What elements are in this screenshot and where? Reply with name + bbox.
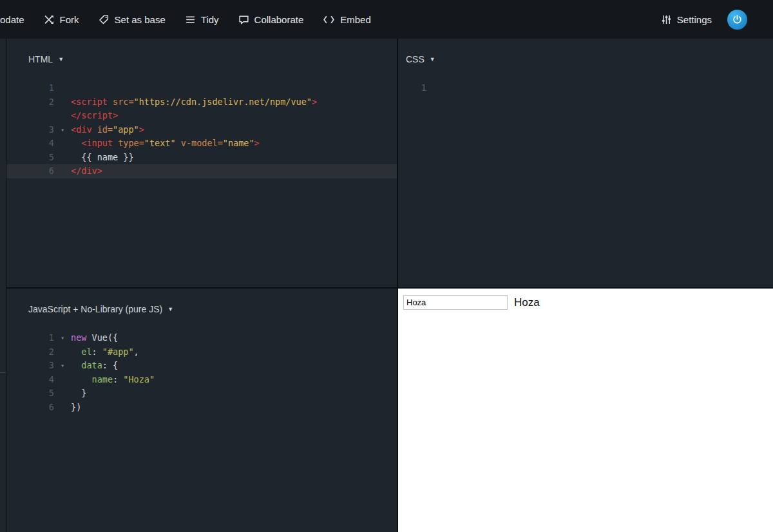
code-line[interactable]: 3▾ data: { — [6, 359, 397, 373]
fold-gutter — [54, 81, 71, 95]
css-panel-title: CSS — [406, 54, 425, 64]
code-line[interactable]: 4 <input type="text" v-model="name"> — [6, 137, 397, 151]
fold-gutter — [54, 109, 71, 123]
code-line[interactable]: 4 name: "Hoza" — [6, 373, 397, 387]
topbar-tidy-button[interactable]: Tidy — [185, 14, 219, 25]
code-line[interactable]: 5 {{ name }} — [6, 151, 397, 165]
line-number: 3 — [6, 123, 54, 137]
code-text: el: "#app", — [71, 345, 397, 359]
chevron-down-icon: ▼ — [58, 56, 64, 62]
fold-gutter — [54, 373, 71, 387]
topbar-item-label: Embed — [340, 14, 371, 25]
topbar-collaborate-button[interactable]: Collaborate — [238, 14, 304, 25]
code-text: data: { — [71, 359, 397, 373]
fold-gutter — [54, 137, 71, 151]
code-text — [71, 81, 397, 95]
topbar-item-label: Fork — [60, 14, 79, 25]
panel-resize-rail[interactable] — [0, 39, 6, 532]
code-line[interactable]: 3▾<div id="app"> — [6, 123, 397, 137]
code-line[interactable]: 6}) — [6, 401, 397, 415]
js-editor[interactable]: 1▾new Vue({2 el: "#app",3▾ data: {4 name… — [6, 331, 397, 414]
code-line[interactable]: 1 — [398, 81, 773, 95]
line-number: 1 — [6, 81, 54, 95]
code-line[interactable]: 6</div> — [6, 164, 397, 178]
code-text: <script src="https://cdn.jsdelivr.net/np… — [71, 95, 397, 109]
fold-caret-icon[interactable]: ▾ — [54, 331, 71, 345]
fork-icon — [44, 14, 55, 25]
js-panel-title: JavaScript + No-Library (pure JS) — [28, 304, 162, 314]
fold-gutter — [426, 81, 443, 95]
result-panel: Hoza — [398, 289, 773, 532]
power-icon — [732, 14, 743, 25]
code-brackets-icon — [323, 15, 335, 24]
topbar-update-button[interactable]: odate — [0, 14, 24, 25]
code-text: name: "Hoza" — [71, 373, 397, 387]
chevron-down-icon: ▼ — [430, 56, 435, 62]
topbar: odateForkSet as baseTidyCollaborateEmbed… — [0, 0, 773, 39]
topbar-right: Settings — [661, 10, 773, 30]
topbar-item-label: odate — [0, 14, 24, 25]
fold-gutter — [54, 151, 71, 165]
fold-gutter — [54, 345, 71, 359]
rail-divider — [0, 372, 6, 373]
html-panel: HTML ▼ 12<script src="https://cdn.jsdeli… — [6, 39, 397, 287]
result-output-row: Hoza — [398, 289, 773, 310]
line-number: 4 — [6, 373, 54, 387]
chevron-down-icon: ▼ — [167, 306, 173, 312]
css-editor[interactable]: 1 — [398, 81, 773, 95]
fold-gutter — [54, 386, 71, 401]
tag-icon — [99, 14, 110, 25]
tidy-lines-icon — [185, 14, 196, 25]
css-panel-header[interactable]: CSS ▼ — [398, 39, 773, 68]
js-panel-header[interactable]: JavaScript + No-Library (pure JS) ▼ — [6, 289, 397, 318]
topbar-embed-button[interactable]: Embed — [323, 14, 371, 25]
code-line[interactable]: 1 — [6, 81, 397, 95]
line-number: 2 — [6, 345, 54, 359]
code-text: {{ name }} — [71, 151, 397, 165]
fold-gutter — [54, 164, 71, 178]
line-number: 6 — [6, 164, 54, 178]
html-editor[interactable]: 12<script src="https://cdn.jsdelivr.net/… — [6, 81, 397, 178]
code-line[interactable]: 2 el: "#app", — [6, 345, 397, 359]
code-line[interactable]: </script> — [6, 109, 397, 123]
css-panel: CSS ▼ 1 — [398, 39, 773, 287]
sliders-settings-icon — [661, 14, 672, 25]
topbar-item-label: Tidy — [201, 14, 219, 25]
line-number: 1 — [398, 81, 426, 95]
fold-gutter — [54, 95, 71, 109]
settings-label: Settings — [677, 14, 712, 25]
code-text: } — [71, 386, 397, 401]
html-panel-header[interactable]: HTML ▼ — [6, 39, 397, 68]
code-line[interactable]: 1▾new Vue({ — [6, 331, 397, 345]
settings-button[interactable]: Settings — [661, 14, 712, 25]
code-text: }) — [71, 401, 397, 415]
line-number: 3 — [6, 359, 54, 373]
line-number: 2 — [6, 95, 54, 109]
html-panel-title: HTML — [28, 54, 53, 64]
line-number: 6 — [6, 401, 54, 415]
topbar-set-as-base-button[interactable]: Set as base — [99, 14, 166, 25]
fold-caret-icon[interactable]: ▾ — [54, 359, 71, 373]
topbar-left: odateForkSet as baseTidyCollaborateEmbed — [0, 14, 371, 25]
code-text: </div> — [71, 164, 397, 178]
code-line[interactable]: 2<script src="https://cdn.jsdelivr.net/n… — [6, 95, 397, 109]
line-number — [6, 109, 54, 123]
line-number: 5 — [6, 386, 54, 401]
line-number: 1 — [6, 331, 54, 345]
code-text — [443, 81, 773, 95]
code-text: new Vue({ — [71, 331, 397, 345]
result-bound-text: Hoza — [514, 296, 540, 309]
js-panel: JavaScript + No-Library (pure JS) ▼ 1▾ne… — [6, 289, 397, 532]
code-text: <div id="app"> — [71, 123, 397, 137]
topbar-item-label: Collaborate — [254, 14, 304, 25]
code-text: </script> — [71, 109, 397, 123]
line-number: 5 — [6, 151, 54, 165]
topbar-fork-button[interactable]: Fork — [44, 14, 79, 25]
code-line[interactable]: 5 } — [6, 386, 397, 401]
topbar-item-label: Set as base — [115, 14, 166, 25]
chat-bubble-icon — [238, 14, 249, 25]
fold-caret-icon[interactable]: ▾ — [54, 123, 71, 137]
power-button[interactable] — [727, 10, 747, 30]
fold-gutter — [54, 401, 71, 415]
result-text-input[interactable] — [403, 295, 508, 310]
